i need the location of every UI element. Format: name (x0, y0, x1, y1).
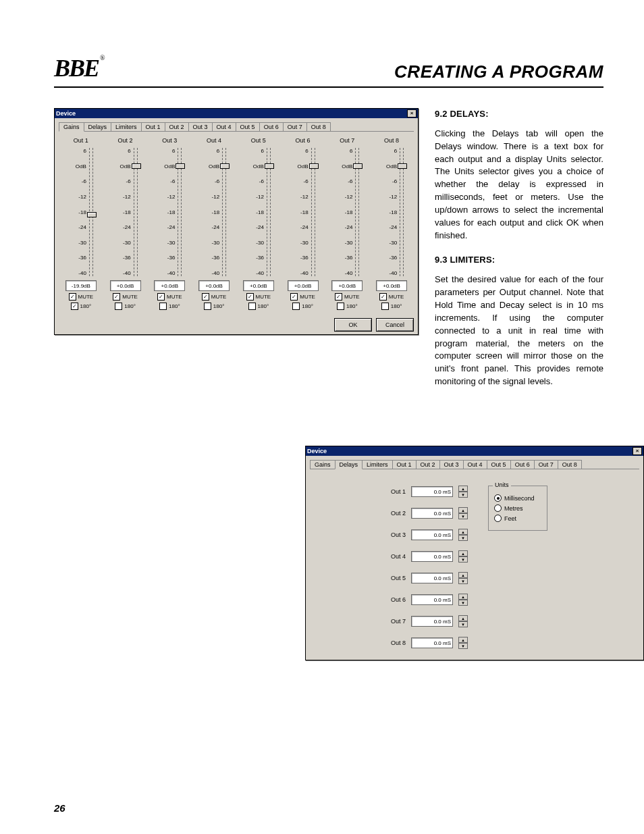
chevron-down-icon[interactable]: ▼ (458, 578, 468, 584)
tab-out7[interactable]: Out 7 (534, 460, 558, 469)
mute-checkbox[interactable]: ✓MUTE (69, 293, 94, 301)
tab-out3[interactable]: Out 3 (188, 122, 213, 131)
gain-value[interactable]: +0.0dB (110, 280, 141, 291)
gain-slider[interactable] (400, 148, 404, 276)
delay-input[interactable]: 0.0 mS (411, 508, 453, 519)
delay-input[interactable]: 0.0 mS (411, 551, 453, 562)
delay-stepper[interactable]: ▲▼ (458, 637, 468, 649)
slider-thumb[interactable] (176, 163, 185, 169)
phase-checkbox[interactable]: 180° (381, 303, 402, 310)
units-radio[interactable]: Metres (494, 504, 535, 512)
delay-input[interactable]: 0.0 mS (411, 486, 453, 497)
chevron-up-icon[interactable]: ▲ (458, 615, 468, 621)
slider-thumb[interactable] (398, 163, 407, 169)
dialog-titlebar[interactable]: Device × (306, 446, 643, 456)
slider-thumb[interactable] (132, 163, 141, 169)
tab-out5[interactable]: Out 5 (487, 460, 511, 469)
phase-checkbox[interactable]: 180° (204, 303, 225, 310)
tab-gains[interactable]: Gains (310, 460, 336, 469)
gain-slider[interactable] (311, 148, 315, 276)
gain-slider[interactable] (134, 148, 138, 276)
gain-slider[interactable] (267, 148, 271, 276)
slider-thumb[interactable] (265, 163, 274, 169)
tab-gains[interactable]: Gains (59, 122, 84, 132)
chevron-up-icon[interactable]: ▲ (458, 572, 468, 578)
tab-delays[interactable]: Delays (335, 460, 363, 469)
phase-checkbox[interactable]: 180° (337, 303, 358, 310)
gain-value[interactable]: -19.9dB (65, 280, 97, 291)
tab-out8[interactable]: Out 8 (306, 122, 331, 131)
tab-out6[interactable]: Out 6 (259, 122, 284, 131)
delay-stepper[interactable]: ▲▼ (458, 615, 468, 627)
gain-value[interactable]: +0.0dB (331, 280, 363, 291)
phase-checkbox[interactable]: 180° (159, 303, 180, 310)
mute-checkbox[interactable]: ✓MUTE (290, 293, 315, 301)
tab-out8[interactable]: Out 8 (558, 460, 582, 469)
chevron-down-icon[interactable]: ▼ (458, 535, 468, 541)
chevron-up-icon[interactable]: ▲ (458, 594, 468, 600)
chevron-up-icon[interactable]: ▲ (458, 637, 468, 643)
chevron-down-icon[interactable]: ▼ (458, 600, 468, 606)
mute-checkbox[interactable]: ✓MUTE (379, 293, 404, 301)
chevron-up-icon[interactable]: ▲ (458, 486, 468, 492)
mute-checkbox[interactable]: ✓MUTE (113, 293, 138, 301)
phase-checkbox[interactable]: ✓180° (71, 303, 92, 310)
tab-delays[interactable]: Delays (84, 122, 112, 131)
ok-button[interactable]: OK (334, 318, 372, 332)
tab-out1[interactable]: Out 1 (392, 460, 417, 469)
chevron-down-icon[interactable]: ▼ (458, 643, 468, 649)
delay-stepper[interactable]: ▲▼ (458, 594, 468, 606)
gain-value[interactable]: +0.0dB (243, 280, 274, 291)
gain-value[interactable]: +0.0dB (198, 280, 230, 291)
tab-out1[interactable]: Out 1 (141, 122, 165, 131)
mute-checkbox[interactable]: ✓MUTE (335, 293, 360, 301)
slider-thumb[interactable] (87, 212, 97, 217)
delay-input[interactable]: 0.0 mS (411, 573, 453, 583)
mute-checkbox[interactable]: ✓MUTE (157, 293, 182, 301)
phase-checkbox[interactable]: 180° (248, 303, 269, 310)
chevron-up-icon[interactable]: ▲ (458, 550, 468, 556)
tab-limiters[interactable]: Limiters (111, 122, 142, 131)
gain-value[interactable]: +0.0dB (154, 280, 185, 291)
delay-stepper[interactable]: ▲▼ (458, 507, 468, 519)
tab-limiters[interactable]: Limiters (362, 460, 393, 469)
delay-input[interactable]: 0.0 mS (411, 529, 453, 540)
delay-input[interactable]: 0.0 mS (411, 616, 453, 627)
slider-thumb[interactable] (220, 163, 230, 169)
gain-slider[interactable] (89, 148, 93, 276)
gain-slider[interactable] (355, 148, 359, 276)
slider-thumb[interactable] (353, 163, 363, 169)
gain-slider[interactable] (178, 148, 182, 276)
tab-out4[interactable]: Out 4 (212, 122, 236, 131)
delay-stepper[interactable]: ▲▼ (458, 572, 468, 584)
chevron-up-icon[interactable]: ▲ (458, 529, 468, 535)
delay-stepper[interactable]: ▲▼ (458, 550, 468, 563)
chevron-down-icon[interactable]: ▼ (458, 513, 468, 519)
tab-out4[interactable]: Out 4 (463, 460, 487, 469)
delay-input[interactable]: 0.0 mS (411, 637, 453, 648)
tab-out2[interactable]: Out 2 (416, 460, 440, 469)
mute-checkbox[interactable]: ✓MUTE (202, 293, 227, 301)
delay-stepper[interactable]: ▲▼ (458, 486, 468, 498)
slider-thumb[interactable] (309, 163, 319, 169)
tab-out5[interactable]: Out 5 (236, 122, 260, 131)
delay-input[interactable]: 0.0 mS (411, 594, 453, 605)
tab-out2[interactable]: Out 2 (165, 122, 189, 131)
chevron-down-icon[interactable]: ▼ (458, 621, 468, 627)
units-radio[interactable]: Feet (494, 515, 535, 522)
chevron-down-icon[interactable]: ▼ (458, 492, 468, 498)
chevron-up-icon[interactable]: ▲ (458, 507, 468, 513)
close-icon[interactable]: × (633, 447, 642, 455)
delay-stepper[interactable]: ▲▼ (458, 529, 468, 541)
gain-slider[interactable] (222, 148, 226, 276)
phase-checkbox[interactable]: 180° (292, 303, 313, 310)
cancel-button[interactable]: Cancel (376, 318, 414, 332)
close-icon[interactable]: × (407, 109, 417, 118)
phase-checkbox[interactable]: 180° (115, 303, 136, 310)
tab-out6[interactable]: Out 6 (510, 460, 535, 469)
tab-out7[interactable]: Out 7 (283, 122, 307, 131)
units-radio[interactable]: Millisecond (494, 494, 535, 502)
dialog-titlebar[interactable]: Device × (55, 109, 418, 118)
chevron-down-icon[interactable]: ▼ (458, 556, 468, 563)
mute-checkbox[interactable]: ✓MUTE (246, 293, 271, 301)
